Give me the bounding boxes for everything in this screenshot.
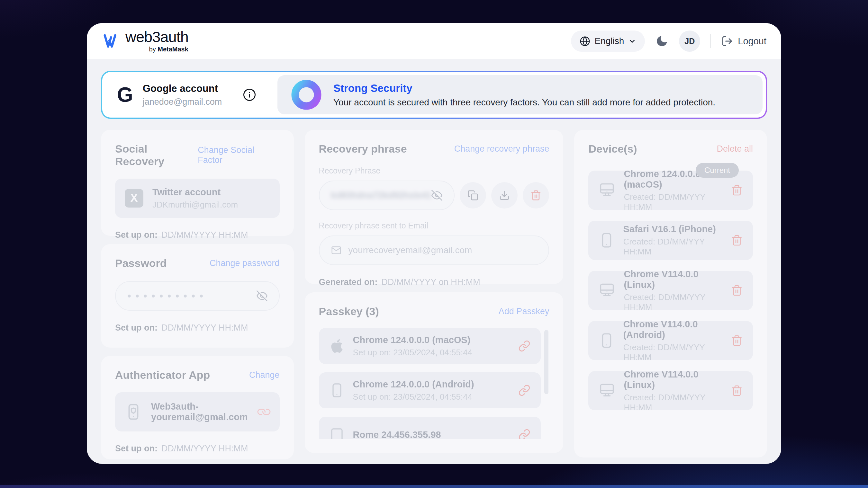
logo-text: web3auth by MetaMask	[125, 29, 188, 53]
social-recovery-card: Social Recovery Change Social Factor X T…	[101, 130, 294, 236]
security-status-panel: Strong Security Your account is secured …	[277, 75, 763, 115]
device-created: Created: DD/MM/YYY HH:MM	[623, 237, 723, 257]
authenticator-setup-row: Set up on:DD/MM/YYYY HH:MM	[115, 444, 280, 454]
trash-icon[interactable]	[731, 335, 743, 346]
device-item: Chrome V114.0.0 (Linux) Created: DD/MM/Y…	[588, 371, 753, 410]
passkey-device: Chrome 124.0.0.0 (macOS)	[353, 335, 510, 345]
twitter-account-email: JDKmurthi@gmail.com	[152, 200, 270, 210]
device-name: Safari V16.1 (iPhone)	[623, 224, 723, 234]
add-passkey-link[interactable]: Add Passkey	[499, 306, 550, 317]
desktop-icon	[598, 382, 615, 399]
apple-icon	[329, 338, 345, 354]
user-avatar[interactable]: JD	[679, 31, 700, 52]
recovery-phrase-row: kd83hdna72kd92hsle41	[319, 181, 550, 210]
social-setup-label: Set up on:	[115, 230, 157, 240]
authenticator-app-card: Authenticator App Change Web3auth-yourem…	[101, 356, 294, 459]
passkey-list[interactable]: Chrome 124.0.0.0 (macOS) Set up on: 23/0…	[319, 328, 550, 439]
passkey-device: Chrome 124.0.0.0 (Android)	[353, 379, 510, 390]
device-name: Chrome V114.0.0 (Android)	[623, 319, 723, 340]
authenticator-account-item: Web3auth-youremail@gmal.com	[115, 392, 280, 431]
trash-icon[interactable]	[731, 185, 743, 196]
delete-all-link[interactable]: Delete all	[717, 144, 753, 154]
provider-title: Google account	[143, 83, 222, 94]
download-phrase-button[interactable]	[491, 182, 518, 208]
twitter-account-title: Twitter account	[152, 187, 270, 198]
device-item-wrap: Chrome V114.0.0 (Android) Created: DD/MM…	[588, 321, 753, 360]
recovery-generated-row: Generated on:DD/MM/YYYY on HH:MM	[319, 277, 550, 287]
password-title: Password	[115, 257, 167, 269]
change-recovery-phrase-link[interactable]: Change recovery phrase	[454, 144, 550, 154]
social-setup-value: DD/MM/YYYY HH:MM	[161, 230, 248, 240]
passkey-setup: Set up on: 23/05/2024, 04:55:44	[353, 348, 510, 358]
chevron-down-icon	[628, 37, 636, 45]
change-social-factor-link[interactable]: Change Social Factor	[198, 145, 279, 165]
devices-title: Device(s)	[588, 143, 637, 155]
provider-email: janedoe@gmail.com	[143, 97, 222, 107]
bottom-glow-line	[0, 485, 868, 488]
device-item-wrap: Chrome V114.0.0 (Linux) Created: DD/MM/Y…	[588, 371, 753, 410]
devices-card: Device(s) Delete all Current	[574, 130, 767, 457]
change-authenticator-link[interactable]: Change	[249, 370, 280, 380]
device-name: Chrome V114.0.0 (Linux)	[624, 369, 723, 390]
link-icon[interactable]	[518, 340, 530, 352]
password-setup-label: Set up on:	[115, 323, 157, 332]
column-devices: Device(s) Delete all Current	[574, 130, 767, 459]
security-status-description: Your account is secured with three recov…	[333, 97, 715, 108]
info-icon[interactable]	[243, 88, 256, 101]
recovery-phrase-masked: kd83hdna72kd92hsle41	[331, 190, 432, 200]
logo-name: web3auth	[125, 29, 188, 44]
eye-off-icon[interactable]	[431, 190, 442, 201]
trash-icon[interactable]	[731, 385, 743, 396]
phone-icon	[329, 383, 345, 398]
delete-phrase-button[interactable]	[523, 182, 549, 208]
column-social-password-authenticator: Social Recovery Change Social Factor X T…	[101, 130, 294, 459]
authenticator-title: Authenticator App	[115, 369, 210, 381]
device-created: Created: DD/MM/YYY HH:MM	[624, 292, 723, 312]
phone-shield-icon	[125, 403, 142, 421]
device-created: Created: DD/MM/YYY HH:MM	[623, 343, 723, 362]
security-status-title: Strong Security	[333, 82, 715, 94]
link-icon[interactable]	[518, 429, 530, 439]
authenticator-account: Web3auth-youremail@gmal.com	[151, 401, 249, 422]
generated-value: DD/MM/YYYY on HH:MM	[381, 277, 480, 287]
copy-phrase-button[interactable]	[460, 182, 486, 208]
device-item: Chrome V114.0.0 (Android) Created: DD/MM…	[588, 321, 753, 360]
social-recovery-title: Social Recovery	[115, 143, 198, 168]
link-icon[interactable]	[518, 384, 530, 396]
eye-off-icon[interactable]	[256, 290, 268, 301]
google-account-texts: Google account janedoe@gmail.com	[143, 83, 222, 107]
logout-button[interactable]: Logout	[721, 35, 767, 47]
unlink-icon[interactable]	[258, 406, 270, 418]
web3auth-logo: web3auth by MetaMask	[103, 29, 188, 53]
language-label: English	[594, 36, 624, 46]
recovery-phrase-card: Recovery phrase Change recovery phrase R…	[305, 130, 563, 284]
passkey-scrollbar[interactable]	[544, 330, 549, 394]
mail-icon	[331, 245, 341, 255]
logout-label: Logout	[738, 36, 767, 46]
trash-icon[interactable]	[731, 234, 743, 246]
web3auth-w-icon	[103, 34, 120, 48]
password-input[interactable]: ••••••••••	[115, 281, 280, 311]
google-account-block: G Google account janedoe@gmail.com	[102, 72, 277, 118]
device-item: Safari V16.1 (iPhone) Created: DD/MM/YYY…	[588, 221, 753, 260]
language-selector[interactable]: English	[571, 31, 645, 52]
recovery-email-label: Recovery phrase sent to Email	[319, 221, 550, 230]
social-setup-row: Set up on:DD/MM/YYYY HH:MM	[115, 230, 280, 240]
column-recovery-passkey: Recovery phrase Change recovery phrase R…	[305, 130, 563, 459]
header-controls: English JD Logout	[571, 31, 767, 52]
password-card: Password Change password •••••••••• Set …	[101, 244, 294, 348]
desktop-icon	[598, 282, 615, 299]
generated-label: Generated on:	[319, 277, 378, 287]
dark-mode-moon-icon[interactable]	[655, 34, 669, 48]
device-item-wrap: Chrome V114.0.0 (Linux) Created: DD/MM/Y…	[588, 271, 753, 310]
passkey-device: Rome 24.456.355.98	[353, 429, 510, 440]
device-item-wrap: Current Chrome 124.0.0.0 (macOS) Created…	[588, 171, 753, 210]
change-password-link[interactable]: Change password	[210, 258, 280, 268]
passkey-item: Chrome 124.0.0.0 (macOS) Set up on: 23/0…	[319, 328, 541, 364]
device-item: Chrome V114.0.0 (Linux) Created: DD/MM/Y…	[588, 271, 753, 310]
recovery-email-input[interactable]: yourrecoveryemail@gmail.com	[319, 235, 550, 265]
factors-grid: Social Recovery Change Social Factor X T…	[101, 130, 767, 459]
recovery-phrase-input[interactable]: kd83hdna72kd92hsle41	[319, 181, 455, 210]
security-ring-icon	[291, 79, 322, 110]
trash-icon[interactable]	[731, 285, 743, 296]
